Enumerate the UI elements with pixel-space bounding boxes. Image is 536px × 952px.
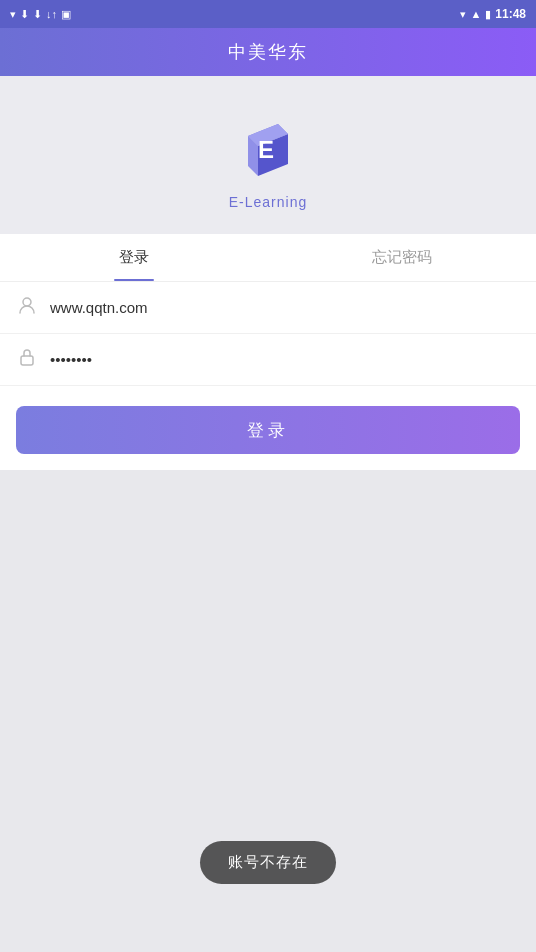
logo-text: E-Learning [229,194,308,210]
password-input[interactable] [50,351,520,368]
app-logo: E [228,106,308,186]
svg-rect-6 [21,356,33,365]
password-row [0,334,536,386]
wifi-icon: ▾ [460,8,466,21]
time-display: 11:48 [495,7,526,21]
status-bar-right-icons: ▾ ▲ ▮ 11:48 [460,7,526,21]
logo-section: E E-Learning [0,76,536,234]
user-icon [16,295,38,320]
tab-forgot-password[interactable]: 忘记密码 [268,234,536,281]
login-button[interactable]: 登录 [16,406,520,454]
login-button-wrapper: 登录 [0,386,536,470]
top-nav-bar: 中美华东 [0,28,536,76]
svg-text:E: E [258,136,274,163]
signal-icon: ↓↑ [46,8,57,20]
app-title: 中美华东 [228,40,308,64]
download2-icon: ⬇ [33,8,42,21]
username-input[interactable] [50,299,520,316]
login-card: 登录 忘记密码 登录 [0,234,536,470]
notification-icon: ▾ [10,8,16,21]
lock-icon [16,347,38,372]
app-icon: ▣ [61,8,71,21]
download-icon: ⬇ [20,8,29,21]
toast-message: 账号不存在 [200,841,336,884]
tab-login[interactable]: 登录 [0,234,268,281]
battery-icon: ▮ [485,8,491,21]
status-bar-left-icons: ▾ ⬇ ⬇ ↓↑ ▣ [10,8,71,21]
svg-point-5 [23,298,31,306]
tab-bar: 登录 忘记密码 [0,234,536,282]
status-bar: ▾ ⬇ ⬇ ↓↑ ▣ ▾ ▲ ▮ 11:48 [0,0,536,28]
username-row [0,282,536,334]
signal-strength-icon: ▲ [470,8,481,20]
